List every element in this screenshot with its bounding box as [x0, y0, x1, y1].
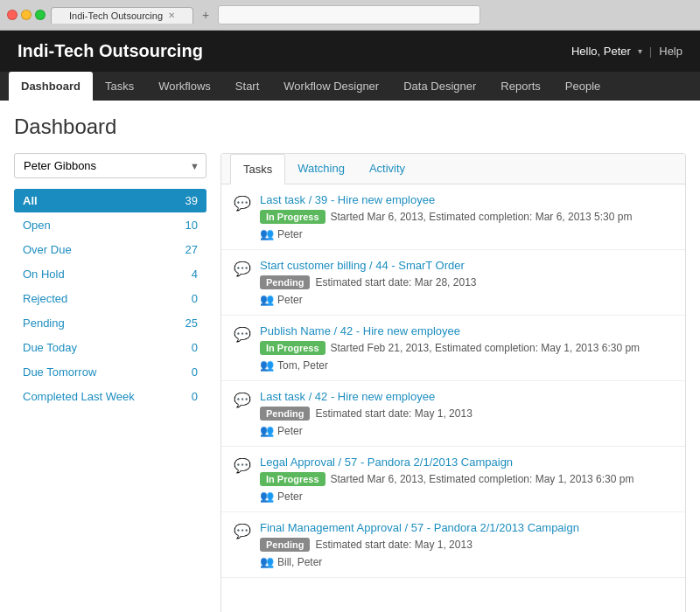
task-link[interactable]: Final Management Approval / 57 - Pandora… [260, 521, 579, 534]
people-icon: 👥 [260, 293, 274, 306]
browser-chrome: Indi-Tech Outsourcing ✕ + [0, 0, 700, 31]
minimize-dot[interactable] [21, 10, 32, 20]
content-layout: Peter Gibbons Tom Smith Bill Jones ▼ All… [14, 153, 686, 612]
task-meta-text: Estimated start date: Mar 28, 2013 [315, 276, 476, 289]
task-type-icon: 💬 [234, 523, 251, 539]
nav-item-start[interactable]: Start [223, 72, 271, 101]
task-link[interactable]: Last task / 39 - Hire new employee [260, 193, 435, 206]
task-tabs: Tasks Watching Activity [221, 154, 685, 184]
task-assignees: 👥 Peter [260, 490, 673, 503]
task-link[interactable]: Legal Approval / 57 - Pandora 2/1/2013 C… [260, 456, 513, 469]
filter-item-overdue[interactable]: Over Due 27 [14, 238, 206, 261]
people-icon: 👥 [260, 424, 274, 437]
task-body: Final Management Approval / 57 - Pandora… [260, 521, 673, 568]
task-title: Start customer billing / 44 - SmarT Orde… [260, 259, 673, 272]
task-link[interactable]: Start customer billing / 44 - SmarT Orde… [260, 259, 465, 272]
filter-label: Pending [23, 316, 65, 330]
new-tab-button[interactable]: + [199, 8, 213, 22]
table-row: 💬 Legal Approval / 57 - Pandora 2/1/2013… [221, 447, 685, 512]
filter-item-onhold[interactable]: On Hold 4 [14, 262, 206, 286]
filter-count: 27 [186, 243, 198, 256]
task-assignees: 👥 Tom, Peter [260, 358, 673, 372]
task-meta-text: Started Mar 6, 2013, Estimated completio… [331, 473, 634, 485]
nav-item-people[interactable]: People [553, 72, 612, 101]
filter-label: Due Today [23, 341, 77, 354]
task-meta: In Progress Started Mar 6, 2013, Estimat… [260, 472, 673, 486]
task-assignees: 👥 Peter [260, 293, 673, 306]
task-title: Last task / 42 - Hire new employee [260, 390, 673, 403]
filter-count: 0 [192, 390, 198, 403]
task-panel: Tasks Watching Activity 💬 Last task / 39… [220, 153, 686, 612]
nav-item-workflows[interactable]: Workflows [146, 72, 223, 101]
task-meta: In Progress Started Mar 6, 2013, Estimat… [260, 210, 673, 224]
filter-label: On Hold [23, 268, 65, 281]
nav-item-dashboard[interactable]: Dashboard [9, 72, 93, 101]
task-assignees: 👥 Peter [260, 424, 673, 437]
tab-tasks[interactable]: Tasks [230, 154, 285, 184]
assignee-names: Bill, Peter [277, 556, 322, 568]
task-title: Publish Name / 42 - Hire new employee [260, 324, 673, 337]
table-row: 💬 Publish Name / 42 - Hire new employee … [221, 316, 685, 381]
task-link[interactable]: Publish Name / 42 - Hire new employee [260, 324, 460, 337]
filter-item-due-today[interactable]: Due Today 0 [14, 336, 206, 359]
filter-list: All 39 Open 10 Over Due 27 On Hold 4 Rej… [14, 189, 206, 408]
status-badge: Pending [260, 275, 310, 289]
task-link[interactable]: Last task / 42 - Hire new employee [260, 390, 435, 403]
page-title: Dashboard [14, 115, 686, 139]
user-name: Hello, Peter [571, 45, 631, 58]
app-title: Indi-Tech Outsourcing [18, 41, 203, 61]
task-meta: Pending Estimated start date: Mar 28, 20… [260, 275, 673, 289]
filter-label: Completed Last Week [23, 390, 135, 403]
close-tab-icon[interactable]: ✕ [168, 10, 175, 20]
task-list: 💬 Last task / 39 - Hire new employee In … [221, 184, 685, 612]
user-select-wrapper: Peter Gibbons Tom Smith Bill Jones ▼ [14, 153, 206, 178]
people-icon: 👥 [260, 490, 274, 503]
task-meta: In Progress Started Feb 21, 2013, Estima… [260, 341, 673, 355]
nav-bar: Dashboard Tasks Workflows Start Workflow… [0, 72, 700, 101]
task-body: Publish Name / 42 - Hire new employee In… [260, 324, 673, 372]
task-title: Final Management Approval / 57 - Pandora… [260, 521, 673, 534]
table-row: 💬 Final Management Approval / 57 - Pando… [221, 512, 685, 578]
filter-label: Due Tomorrow [23, 365, 96, 379]
filter-item-all[interactable]: All 39 [14, 189, 206, 212]
filter-count: 39 [186, 194, 198, 207]
nav-item-workflow-designer[interactable]: Workflow Designer [271, 72, 391, 101]
task-body: Last task / 42 - Hire new employee Pendi… [260, 390, 673, 437]
task-meta-text: Started Feb 21, 2013, Estimated completi… [331, 342, 640, 354]
task-body: Start customer billing / 44 - SmarT Orde… [260, 259, 673, 306]
task-assignees: 👥 Bill, Peter [260, 555, 673, 568]
user-select[interactable]: Peter Gibbons Tom Smith Bill Jones [14, 153, 206, 178]
task-type-icon: 💬 [234, 261, 251, 277]
nav-item-data-designer[interactable]: Data Designer [391, 72, 488, 101]
people-icon: 👥 [260, 227, 274, 240]
people-icon: 👥 [260, 358, 274, 372]
status-badge: In Progress [260, 341, 326, 355]
app-header: Indi-Tech Outsourcing Hello, Peter ▾ | H… [0, 31, 700, 72]
filter-count: 25 [186, 316, 198, 330]
divider: | [649, 45, 652, 58]
filter-item-due-tomorrow[interactable]: Due Tomorrow 0 [14, 360, 206, 384]
tab-watching[interactable]: Watching [285, 154, 357, 184]
sidebar: Peter Gibbons Tom Smith Bill Jones ▼ All… [14, 153, 206, 612]
tab-activity[interactable]: Activity [357, 154, 417, 184]
filter-item-rejected[interactable]: Rejected 0 [14, 287, 206, 310]
user-caret-icon[interactable]: ▾ [638, 46, 642, 56]
help-link[interactable]: Help [659, 45, 682, 58]
browser-tab-label: Indi-Tech Outsourcing [69, 10, 163, 21]
maximize-dot[interactable] [35, 10, 46, 20]
task-body: Legal Approval / 57 - Pandora 2/1/2013 C… [260, 456, 673, 503]
assignee-names: Peter [277, 228, 303, 240]
task-meta-text: Estimated start date: May 1, 2013 [315, 539, 472, 551]
nav-item-reports[interactable]: Reports [488, 72, 553, 101]
filter-item-pending[interactable]: Pending 25 [14, 311, 206, 335]
filter-label: All [23, 194, 38, 207]
filter-item-completed-last-week[interactable]: Completed Last Week 0 [14, 385, 206, 408]
task-meta-text: Estimated start date: May 1, 2013 [315, 407, 472, 420]
address-bar[interactable] [218, 5, 480, 24]
filter-item-open[interactable]: Open 10 [14, 213, 206, 237]
close-dot[interactable] [7, 10, 18, 20]
user-menu: Hello, Peter ▾ | Help [571, 45, 682, 58]
assignee-names: Peter [277, 294, 303, 306]
nav-item-tasks[interactable]: Tasks [93, 72, 146, 101]
browser-tab[interactable]: Indi-Tech Outsourcing ✕ [51, 7, 193, 24]
